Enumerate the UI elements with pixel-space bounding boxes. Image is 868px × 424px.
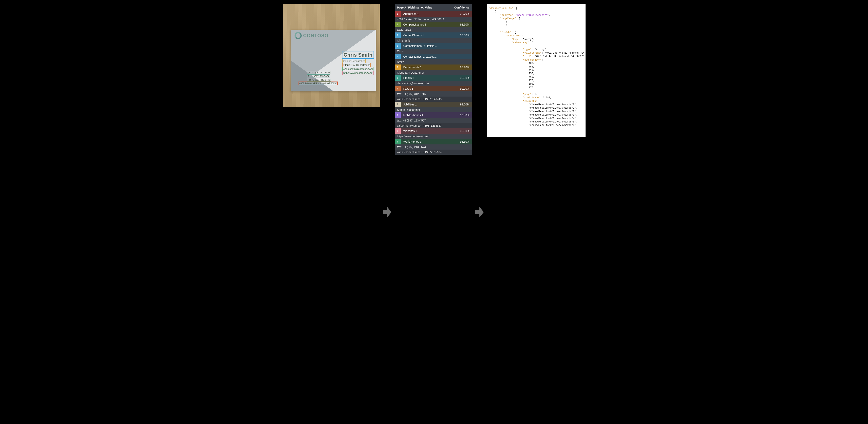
field-row[interactable]: 1Departments 198.90% bbox=[395, 65, 472, 70]
json-value: "string", bbox=[534, 48, 547, 51]
field-row[interactable]: 1CompanyNames 198.60% bbox=[395, 22, 472, 27]
logo-ring-icon bbox=[294, 32, 302, 39]
json-value: "#/readResults/0/lines/9/words/4", bbox=[529, 117, 577, 120]
field-row[interactable]: 1Addresses 198.70% bbox=[395, 11, 472, 17]
page-badge: 1 bbox=[395, 86, 401, 91]
json-value: 410, bbox=[529, 76, 534, 78]
page-badge: 1 bbox=[395, 43, 401, 49]
field-name: Departments 1 bbox=[403, 66, 422, 69]
field-name: CompanyNames 1 bbox=[403, 23, 426, 26]
hl-email: chris.smith@contoso.com bbox=[342, 67, 374, 71]
confidence-value: 99.00% bbox=[460, 103, 469, 106]
json-value: 410, bbox=[529, 69, 534, 72]
page-badge: 1 bbox=[395, 128, 401, 134]
field-body: Faxes 199.00% bbox=[401, 86, 472, 91]
field-value: Smith bbox=[395, 59, 472, 65]
field-name: Faxes 1 bbox=[403, 87, 413, 90]
json-key: "fields" bbox=[500, 31, 512, 34]
field-row[interactable]: 1Emails 199.00% bbox=[395, 75, 472, 81]
json-key: "boundingBox" bbox=[523, 59, 541, 61]
json-value: 1, bbox=[506, 21, 509, 24]
field-value: Chris bbox=[395, 49, 472, 54]
json-value: 775, bbox=[529, 79, 534, 82]
json-key: "elements" bbox=[523, 100, 537, 103]
confidence-value: 99.00% bbox=[460, 34, 469, 37]
page-badge: 1 bbox=[395, 54, 401, 59]
hl-fax: Fax +1 (987) 312-6745 bbox=[307, 78, 331, 81]
field-name: Websites 1 bbox=[403, 129, 417, 133]
confidence-value: 98.60% bbox=[460, 23, 469, 26]
field-name: JobTitles 1 bbox=[403, 103, 417, 106]
results-body: 1Addresses 198.70%4001 1st Ave NE Redmon… bbox=[395, 11, 472, 155]
confidence-value: 99.00% bbox=[460, 76, 469, 79]
field-body: WorkPhones 198.50% bbox=[401, 139, 472, 144]
field-value: Senior Researcher bbox=[395, 107, 472, 112]
json-value: "prebuilt:businesscard" bbox=[516, 14, 549, 17]
json-key: "confidence" bbox=[523, 96, 540, 99]
field-value: Cloud & AI Department bbox=[395, 70, 472, 75]
json-value: "#/readResults/0/lines/9/words/2", bbox=[529, 110, 577, 113]
field-row[interactable]: 1MobilePhones 199.50% bbox=[395, 112, 472, 118]
field-name: ContactNames 1 bbox=[403, 34, 424, 37]
json-key: "valueArray" bbox=[512, 41, 529, 44]
page-badge: 1 bbox=[395, 22, 401, 27]
json-value: 108, bbox=[529, 62, 534, 65]
json-value: 1, bbox=[534, 93, 537, 96]
json-output-panel: "documentResults": [ { "docType": "prebu… bbox=[487, 4, 586, 137]
json-key: "docType" bbox=[500, 14, 513, 17]
json-value: "#/readResults/0/lines/9/words/6" bbox=[529, 124, 576, 127]
json-value: "#/readResults/0/lines/9/words/1", bbox=[529, 107, 577, 109]
json-value: 755, bbox=[529, 65, 534, 68]
field-body: Addresses 198.70% bbox=[401, 11, 472, 17]
hl-website: https://www.contoso.com/ bbox=[342, 71, 374, 75]
business-card: CONTOSO Chris Smith Senior Researcher Cl… bbox=[290, 30, 376, 91]
results-header: Page # / Field name / Value Confidence bbox=[395, 4, 472, 11]
field-row[interactable]: 1WorkPhones 198.50% bbox=[395, 139, 472, 144]
field-name: Addresses 1 bbox=[403, 12, 419, 15]
company-logo: CONTOSO bbox=[294, 32, 329, 39]
confidence-value: 99.00% bbox=[460, 129, 469, 133]
json-value: 1 bbox=[506, 24, 507, 27]
json-value: "#/readResults/0/lines/9/words/3", bbox=[529, 113, 577, 116]
page-badge: 1 bbox=[395, 112, 401, 118]
field-value: valuePhoneNumber: +19872135674 bbox=[395, 150, 472, 155]
json-value: "array", bbox=[523, 38, 534, 41]
page-badge: 1 bbox=[395, 11, 401, 17]
field-body: JobTitles 199.00% bbox=[401, 102, 472, 107]
json-key: "type" bbox=[523, 48, 531, 51]
json-value: 775 bbox=[529, 86, 533, 89]
header-right: Confidence bbox=[454, 6, 469, 9]
arrow-right-icon bbox=[475, 206, 484, 218]
field-value: https://www.contoso.com/ bbox=[395, 134, 472, 139]
field-row[interactable]: 1Faxes 199.00% bbox=[395, 86, 472, 91]
field-row[interactable]: 1Websites 199.00% bbox=[395, 128, 472, 134]
field-row[interactable]: 1ContactNames 1: FirstNa... bbox=[395, 43, 472, 49]
json-value: "#/readResults/0/lines/9/words/5", bbox=[529, 121, 577, 123]
hl-cell-phone: Cell +1 (987) 123-4567 bbox=[307, 71, 331, 74]
json-value: 0.987, bbox=[543, 96, 552, 99]
json-value: "4001 1st Ave NE Redmond, WA 98052", bbox=[534, 55, 586, 58]
field-value: text: +1 (987) 213-5674 bbox=[395, 144, 472, 150]
field-value: valuePhoneNumber: +19873126745 bbox=[395, 97, 472, 102]
confidence-value: 99.00% bbox=[460, 87, 469, 90]
field-value: valuePhoneNumber: +19871234567 bbox=[395, 123, 472, 128]
field-body: MobilePhones 199.50% bbox=[401, 112, 472, 118]
json-value: "4001 1st Ave NE Redmond, WA 98052", bbox=[545, 52, 585, 55]
json-key: "documentResults" bbox=[489, 7, 513, 10]
json-key: "pageRange" bbox=[500, 17, 516, 20]
hl-address: 4001 1st Ave NE Redmond, WA 98052 bbox=[299, 81, 338, 85]
field-value: text: +1 (987) 123-4567 bbox=[395, 118, 472, 123]
field-row[interactable]: 1ContactNames 1: LastNa... bbox=[395, 54, 472, 59]
field-body: ContactNames 1: LastNa... bbox=[401, 54, 472, 59]
confidence-value: 98.70% bbox=[460, 12, 469, 15]
field-body: ContactNames 1: FirstNa... bbox=[401, 43, 472, 49]
field-body: Emails 199.00% bbox=[401, 75, 472, 81]
field-value: Chris Smith bbox=[395, 38, 472, 43]
json-key: "type" bbox=[512, 38, 520, 41]
field-name: ContactNames 1: LastNa... bbox=[403, 55, 437, 58]
field-row[interactable]: 1JobTitles 199.00% bbox=[395, 102, 472, 107]
field-body: Websites 199.00% bbox=[401, 128, 472, 134]
page-badge: 1 bbox=[395, 32, 401, 38]
field-row[interactable]: 1ContactNames 199.00% bbox=[395, 32, 472, 38]
json-value: "#/readResults/0/lines/9/words/0", bbox=[529, 103, 577, 106]
